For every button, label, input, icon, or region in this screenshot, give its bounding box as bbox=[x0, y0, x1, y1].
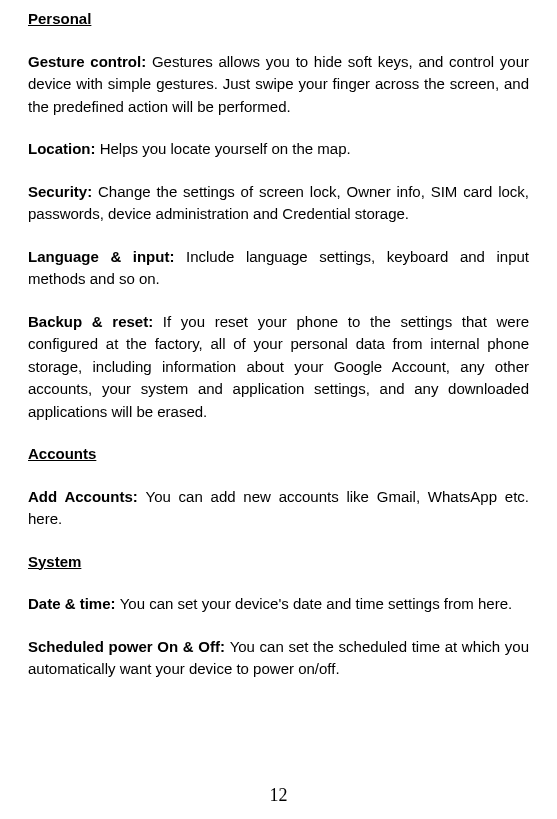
entry-gesture-control: Gesture control: Gestures allows you to … bbox=[28, 51, 529, 119]
section-header-personal: Personal bbox=[28, 8, 529, 31]
page-number: 12 bbox=[0, 782, 557, 809]
section-header-system: System bbox=[28, 551, 529, 574]
entry-backup-reset: Backup & reset: If you reset your phone … bbox=[28, 311, 529, 424]
entry-text: Helps you locate yourself on the map. bbox=[100, 140, 351, 157]
entry-label: Add Accounts: bbox=[28, 488, 146, 505]
entry-add-accounts: Add Accounts: You can add new accounts l… bbox=[28, 486, 529, 531]
section-system: System Date & time: You can set your dev… bbox=[28, 551, 529, 681]
entry-label: Date & time: bbox=[28, 595, 120, 612]
section-accounts: Accounts Add Accounts: You can add new a… bbox=[28, 443, 529, 531]
entry-label: Gesture control: bbox=[28, 53, 152, 70]
entry-label: Backup & reset: bbox=[28, 313, 163, 330]
entry-date-time: Date & time: You can set your device's d… bbox=[28, 593, 529, 616]
entry-scheduled-power: Scheduled power On & Off: You can set th… bbox=[28, 636, 529, 681]
entry-security: Security: Change the settings of screen … bbox=[28, 181, 529, 226]
entry-label: Scheduled power On & Off: bbox=[28, 638, 230, 655]
entry-label: Language & input: bbox=[28, 248, 186, 265]
entry-language-input: Language & input: Include language setti… bbox=[28, 246, 529, 291]
entry-location: Location: Helps you locate yourself on t… bbox=[28, 138, 529, 161]
section-personal: Personal Gesture control: Gestures allow… bbox=[28, 8, 529, 423]
entry-text: Change the settings of screen lock, Owne… bbox=[28, 183, 529, 223]
entry-label: Location: bbox=[28, 140, 100, 157]
entry-text: You can set your device's date and time … bbox=[120, 595, 513, 612]
entry-label: Security: bbox=[28, 183, 98, 200]
section-header-accounts: Accounts bbox=[28, 443, 529, 466]
